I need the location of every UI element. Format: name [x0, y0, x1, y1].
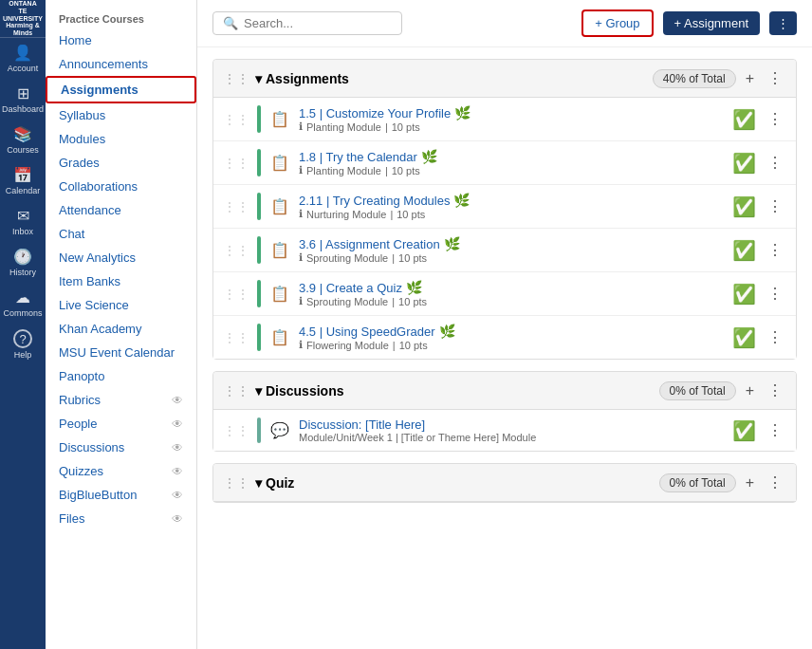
course-sidebar: Practice Courses Home Announcements Assi…	[46, 0, 197, 649]
nav-link-rubrics[interactable]: Rubrics👁	[46, 388, 196, 412]
status-bar	[257, 324, 261, 351]
nav-link-item-banks[interactable]: Item Banks	[46, 269, 196, 293]
eye-icon: 👁	[172, 465, 183, 478]
dashboard-icon: ⊞	[17, 84, 29, 102]
assignment-icon: 📋	[268, 239, 291, 262]
sidebar-item-courses[interactable]: 📚 Courses	[0, 120, 46, 160]
search-input[interactable]	[244, 16, 392, 30]
group-title-quiz: ▾ Quiz	[255, 475, 654, 491]
nav-link-announcements[interactable]: Announcements	[46, 52, 196, 76]
status-badge: ✅	[732, 283, 756, 306]
nav-link-grades[interactable]: Grades	[46, 151, 196, 175]
history-icon: 🕐	[13, 248, 32, 266]
add-item-button[interactable]: +	[742, 473, 758, 493]
account-icon: 👤	[13, 44, 32, 62]
sidebar-item-history[interactable]: 🕐 History	[0, 242, 46, 283]
assignment-icon: 📋	[268, 108, 291, 131]
discussion-icon: 💬	[268, 419, 291, 442]
assignment-icon: 📋	[268, 283, 291, 306]
item-title[interactable]: 1.8 | Try the Calendar 🌿	[299, 149, 725, 164]
item-more-button[interactable]: ⋮	[764, 239, 786, 261]
item-title[interactable]: Discussion: [Title Here]	[299, 417, 725, 432]
item-more-button[interactable]: ⋮	[764, 152, 786, 174]
item-more-button[interactable]: ⋮	[764, 326, 786, 348]
status-bar	[257, 236, 261, 264]
nav-link-panopto[interactable]: Panopto	[46, 364, 196, 388]
item-more-button[interactable]: ⋮	[764, 195, 786, 217]
item-more-button[interactable]: ⋮	[764, 419, 786, 441]
add-item-button[interactable]: +	[742, 68, 758, 89]
assignment-group-quiz: ⋮⋮ ▾ Quiz 0% of Total + ⋮	[212, 463, 797, 503]
search-box[interactable]: 🔍	[212, 11, 402, 35]
group-header-actions: 0% of Total + ⋮	[659, 380, 787, 401]
nav-link-home[interactable]: Home	[46, 28, 196, 52]
group-header-quiz: ⋮⋮ ▾ Quiz 0% of Total + ⋮	[213, 464, 796, 502]
item-meta: ℹ Sprouting Module | 10 pts	[299, 295, 725, 307]
sidebar-item-help[interactable]: ? Help	[0, 324, 46, 365]
status-badge: ✅	[732, 326, 756, 349]
sidebar-item-account[interactable]: 👤 Account	[0, 38, 46, 79]
group-header-actions: 40% of Total + ⋮	[653, 67, 786, 89]
nav-link-chat[interactable]: Chat	[46, 222, 196, 246]
item-title[interactable]: 1.5 | Customize Your Profile 🌿	[299, 105, 725, 121]
nav-link-bigbluebutton[interactable]: BigBlueButton👁	[46, 483, 196, 507]
nav-link-live-science[interactable]: Live Science	[46, 293, 196, 317]
nav-link-discussions[interactable]: Discussions👁	[46, 436, 196, 459]
group-button[interactable]: + Group	[581, 9, 653, 37]
eye-icon: 👁	[172, 394, 183, 407]
status-badge: ✅	[732, 195, 756, 218]
nav-link-people[interactable]: People👁	[46, 412, 196, 436]
item-more-button[interactable]: ⋮	[764, 108, 786, 130]
item-title[interactable]: 3.6 | Assignment Creation 🌿	[299, 236, 725, 251]
group-more-button[interactable]: ⋮	[764, 67, 786, 89]
item-meta: Module/Unit/Week 1 | [Title or Theme Her…	[299, 432, 725, 443]
drag-handle-icon: ⋮⋮	[223, 156, 249, 171]
status-badge: ✅	[732, 152, 756, 175]
nav-link-msu-event-calendar[interactable]: MSU Event Calendar	[46, 341, 196, 364]
nav-link-modules[interactable]: Modules	[46, 127, 196, 151]
item-title[interactable]: 3.9 | Create a Quiz 🌿	[299, 280, 725, 295]
status-badge: ✅	[732, 419, 756, 442]
calendar-icon: 📅	[13, 166, 32, 184]
assignment-button[interactable]: + Assignment	[663, 11, 760, 35]
item-info: Discussion: [Title Here] Module/Unit/Wee…	[299, 417, 725, 443]
logo-text: ONTANATE UNIVERSITYHarming & Minds	[0, 0, 46, 36]
item-meta: ℹ Sprouting Module | 10 pts	[299, 251, 725, 264]
nav-link-syllabus[interactable]: Syllabus	[46, 103, 196, 127]
sidebar-item-inbox[interactable]: ✉ Inbox	[0, 201, 46, 242]
more-options-button[interactable]: ⋮	[769, 11, 797, 35]
table-row: ⋮⋮ 💬 Discussion: [Title Here] Module/Uni…	[213, 410, 796, 451]
group-title-assignments: ▾ Assignments	[255, 71, 647, 86]
nav-link-attendance[interactable]: Attendance	[46, 198, 196, 222]
assignment-icon: 📋	[268, 326, 291, 349]
group-header-discussions: ⋮⋮ ▾ Discussions 0% of Total + ⋮	[213, 372, 796, 410]
item-meta: ℹ Planting Module | 10 pts	[299, 121, 725, 133]
icon-sidebar: ONTANATE UNIVERSITYHarming & Minds 👤 Acc…	[0, 0, 46, 649]
group-more-button[interactable]: ⋮	[764, 472, 786, 493]
item-meta: ℹ Planting Module | 10 pts	[299, 164, 725, 176]
nav-link-collaborations[interactable]: Collaborations	[46, 175, 196, 198]
add-item-button[interactable]: +	[742, 380, 758, 401]
commons-icon: ☁	[15, 288, 30, 306]
item-info: 3.6 | Assignment Creation 🌿 ℹ Sprouting …	[299, 236, 725, 264]
sidebar-item-calendar[interactable]: 📅 Calendar	[0, 160, 46, 201]
assignment-group-discussions: ⋮⋮ ▾ Discussions 0% of Total + ⋮ ⋮⋮ 💬 Di…	[212, 371, 797, 452]
item-title[interactable]: 4.5 | Using SpeedGrader 🌿	[299, 324, 725, 339]
item-info: 1.5 | Customize Your Profile 🌿 ℹ Plantin…	[299, 105, 725, 133]
item-more-button[interactable]: ⋮	[764, 283, 786, 305]
nav-link-files[interactable]: Files👁	[46, 507, 196, 530]
status-badge: ✅	[732, 239, 756, 262]
nav-link-assignments[interactable]: Assignments	[46, 76, 196, 103]
item-title[interactable]: 2.11 | Try Creating Modules 🌿	[299, 193, 725, 208]
nav-link-quizzes[interactable]: Quizzes👁	[46, 459, 196, 483]
sidebar-item-dashboard[interactable]: ⊞ Dashboard	[0, 79, 46, 120]
sidebar-item-commons[interactable]: ☁ Commons	[0, 283, 46, 324]
leaf-icon: 🌿	[454, 105, 471, 121]
nav-link-new-analytics[interactable]: New Analytics	[46, 246, 196, 269]
group-more-button[interactable]: ⋮	[764, 380, 786, 401]
group-header-actions: 0% of Total + ⋮	[659, 472, 787, 493]
main-header: 🔍 + Group + Assignment ⋮	[197, 0, 812, 47]
leaf-icon: 🌿	[453, 193, 470, 208]
logo: ONTANATE UNIVERSITYHarming & Minds	[0, 0, 46, 38]
nav-link-khan-academy[interactable]: Khan Academy	[46, 317, 196, 341]
